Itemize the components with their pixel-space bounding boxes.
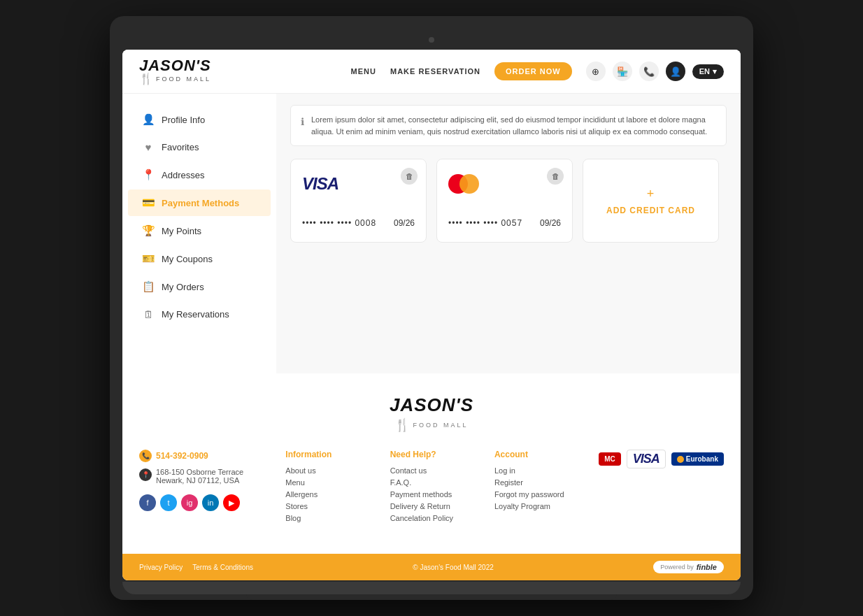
sidebar-item-points[interactable]: 🏆 My Points (128, 217, 271, 244)
footer-col-account: Account Log in Register Forgot my passwo… (494, 450, 564, 514)
logo-fork-icon: 🍴 (139, 73, 153, 85)
footer-address: 📍 168-150 Osborne Terrace Newark, NJ 071… (139, 468, 251, 485)
lang-label: EN (699, 67, 710, 76)
mc-card-expiry: 09/26 (540, 218, 561, 228)
help-heading: Need Help? (390, 450, 460, 459)
logo-sub: FOOD MALL (156, 76, 211, 83)
sidebar-label-addresses: Addresses (162, 170, 204, 180)
about-us-link[interactable]: About us (285, 466, 355, 475)
sidebar: 👤 Profile Info ♥ Favorites 📍 Addresses 💳… (122, 94, 276, 373)
card-icon: 💳 (142, 196, 155, 209)
copyright-text: © Jason's Food Mall 2022 (413, 564, 493, 571)
visa-card-number: •••• •••• •••• 0008 (302, 218, 376, 228)
footer-logo: JASON'S 🍴 FOOD MALL (139, 394, 724, 433)
mc-yellow-circle (459, 174, 479, 194)
footer-phone[interactable]: 📞 514-392-0909 (139, 450, 251, 462)
add-card-label: ADD CREDIT CARD (606, 206, 695, 215)
heart-icon: ♥ (142, 141, 155, 153)
youtube-icon[interactable]: ▶ (223, 494, 240, 511)
privacy-link[interactable]: Privacy Policy (139, 564, 183, 571)
address-line1: 168-150 Osborne Terrace (156, 468, 243, 476)
calendar-icon: 🗓 (142, 308, 155, 320)
delete-visa-button[interactable]: 🗑 (401, 168, 418, 185)
sidebar-item-addresses[interactable]: 📍 Addresses (128, 162, 271, 188)
account-heading: Account (494, 450, 564, 459)
blog-link[interactable]: Blog (285, 514, 355, 522)
phone-number: 514-392-0909 (156, 451, 208, 461)
sidebar-label-profile: Profile Info (162, 115, 205, 125)
profile-icon: 👤 (142, 113, 155, 126)
mastercard-logo (448, 171, 561, 197)
linkedin-icon[interactable]: in (202, 494, 219, 511)
forgot-password-link[interactable]: Forgot my password (494, 490, 564, 499)
phone-circle-icon: 📞 (139, 450, 152, 462)
footer-col-help: Need Help? Contact us F.A.Q. Payment met… (390, 450, 460, 526)
register-link[interactable]: Register (494, 478, 564, 487)
footer-bar-links: Privacy Policy Terms & Conditions (139, 564, 253, 571)
delete-mastercard-button[interactable]: 🗑 (547, 168, 564, 185)
main-content: 👤 Profile Info ♥ Favorites 📍 Addresses 💳… (122, 94, 741, 373)
sidebar-item-favorites[interactable]: ♥ Favorites (128, 134, 271, 160)
phone-icon[interactable]: 📞 (639, 62, 659, 81)
footer-body: 📞 514-392-0909 📍 168-150 Osborne Terrace… (139, 450, 724, 526)
twitter-icon[interactable]: t (160, 494, 177, 511)
nav-links: MENU MAKE RESERVATION ORDER NOW ⊕ 🏪 📞 👤 … (351, 62, 724, 81)
footer-payment-logos: MC VISA Eurobank (599, 450, 724, 468)
social-icons: f t ig in ▶ (139, 494, 251, 511)
store-icon[interactable]: 🏪 (613, 62, 632, 81)
sidebar-item-payment[interactable]: 💳 Payment Methods (128, 189, 271, 216)
login-link[interactable]: Log in (494, 466, 564, 475)
lang-button[interactable]: EN ▾ (692, 64, 724, 79)
sidebar-label-favorites: Favorites (162, 142, 199, 152)
pin-icon: 📍 (142, 169, 155, 181)
chevron-down-icon: ▾ (713, 67, 717, 76)
delivery-link[interactable]: Delivery & Return (390, 502, 460, 510)
sidebar-item-reservations[interactable]: 🗓 My Reservations (128, 301, 271, 327)
add-credit-card-button[interactable]: + ADD CREDIT CARD (583, 159, 719, 243)
address-pin-icon: 📍 (139, 468, 152, 481)
euro-dot (677, 456, 684, 463)
info-icon: ℹ (301, 115, 304, 137)
instagram-icon[interactable]: ig (181, 494, 198, 511)
mastercard-badge: MC (599, 452, 621, 466)
cancelation-link[interactable]: Cancelation Policy (390, 514, 460, 522)
sidebar-label-coupons: My Coupons (162, 254, 213, 264)
trophy-icon: 🏆 (142, 224, 155, 237)
user-icon[interactable]: 👤 (666, 62, 685, 81)
contact-link[interactable]: Contact us (390, 466, 460, 475)
terms-link[interactable]: Terms & Conditions (192, 564, 253, 571)
facebook-icon[interactable]: f (139, 494, 156, 511)
powered-by-label: Powered by (660, 564, 694, 571)
sidebar-item-coupons[interactable]: 🎫 My Coupons (128, 245, 271, 272)
visa-card: 🗑 VISA •••• •••• •••• 0008 09/26 (290, 159, 427, 243)
footer-contact: 📞 514-392-0909 📍 168-150 Osborne Terrace… (139, 450, 251, 511)
address-line2: Newark, NJ 07112, USA (156, 476, 243, 485)
visa-logo-text: VISA (302, 174, 338, 194)
nav-icons: ⊕ 🏪 📞 👤 EN ▾ (586, 62, 724, 81)
sidebar-item-orders[interactable]: 📋 My Orders (128, 273, 271, 300)
mc-card-bottom: •••• •••• •••• 0057 09/26 (448, 218, 561, 228)
order-now-button[interactable]: ORDER NOW (494, 62, 572, 80)
coupon-icon: 🎫 (142, 252, 155, 265)
orders-icon: 📋 (142, 280, 155, 293)
reservation-link[interactable]: MAKE RESERVATION (390, 67, 480, 76)
allergens-link[interactable]: Allergens (285, 490, 355, 499)
sidebar-label-payment: Payment Methods (162, 198, 239, 208)
stores-link[interactable]: Stores (285, 502, 355, 510)
header: JASON'S 🍴 FOOD MALL MENU MAKE RESERVATIO… (122, 50, 741, 94)
sidebar-item-profile[interactable]: 👤 Profile Info (128, 106, 271, 133)
menu-link-footer[interactable]: Menu (285, 478, 355, 487)
info-banner: ℹ Lorem ipsum dolor sit amet, consectetu… (290, 105, 727, 146)
menu-link[interactable]: MENU (351, 67, 376, 76)
target-icon[interactable]: ⊕ (586, 62, 606, 81)
footer: JASON'S 🍴 FOOD MALL 📞 514-392-0909 📍 (122, 373, 741, 554)
sidebar-label-reservations: My Reservations (162, 309, 229, 320)
footer-logo-sub: FOOD MALL (413, 422, 468, 429)
payment-methods-link[interactable]: Payment methods (390, 490, 460, 499)
mastercard-card: 🗑 •••• •••• •••• 0057 09/26 (436, 159, 573, 243)
plus-icon: + (647, 187, 655, 201)
footer-fork-icon: 🍴 (394, 417, 410, 433)
visa-card-bottom: •••• •••• •••• 0008 09/26 (302, 218, 415, 228)
faq-link[interactable]: F.A.Q. (390, 478, 460, 487)
loyalty-link[interactable]: Loyalty Program (494, 502, 564, 510)
